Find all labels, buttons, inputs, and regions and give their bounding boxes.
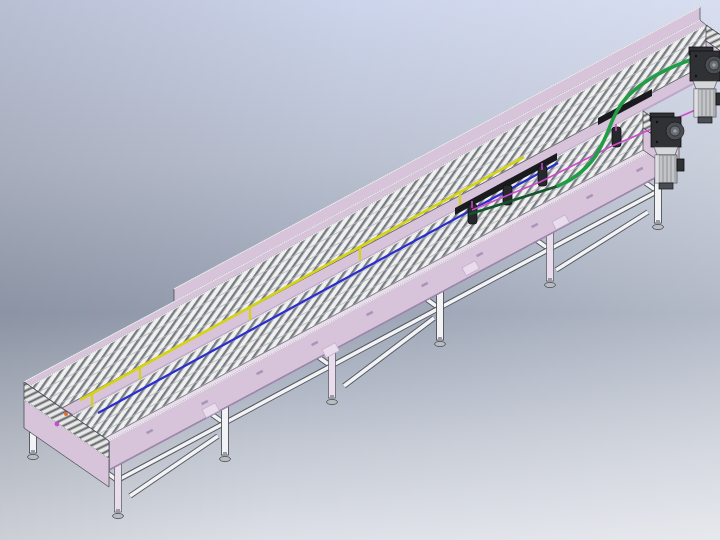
gearmotor-upper[interactable]: Gearmotor - upper lane drive [689,47,720,123]
marker-magenta [55,422,60,427]
marker-orange [64,412,68,416]
cad-viewport[interactable]: Support legs, braces and leveling feet [0,0,720,540]
guide-rail-blue[interactable]: Blue guide rod [98,163,558,413]
upper-lane-bed[interactable]: Upper lane chain bed [30,25,720,408]
conveyor-model: Support legs, braces and leveling feet [0,0,720,540]
